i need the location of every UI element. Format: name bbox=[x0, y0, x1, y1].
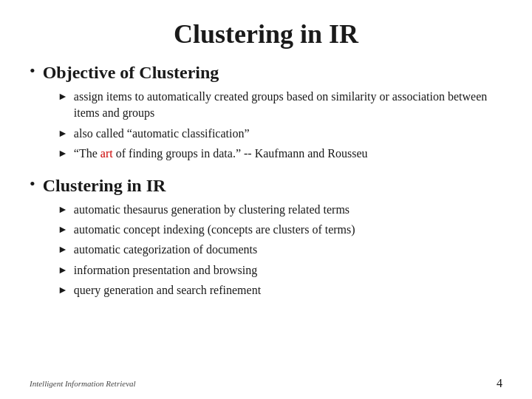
sub-bullet-2-2: ► automatic concept indexing (concepts a… bbox=[58, 222, 502, 238]
footer: Intelligent Information Retrieval 4 bbox=[30, 377, 502, 390]
sub-text-2-1: automatic thesaurus generation by cluste… bbox=[74, 202, 349, 218]
footer-page-number: 4 bbox=[497, 377, 502, 390]
sub-arrow-icon: ► bbox=[58, 204, 68, 216]
section-objective: • Objective of Clustering ► assign items… bbox=[30, 63, 502, 163]
sub-text-2-2: automatic concept indexing (concepts are… bbox=[74, 222, 355, 238]
sub-bullet-2-4: ► information presentation and browsing bbox=[58, 262, 502, 279]
slide: Clustering in IR • Objective of Clusteri… bbox=[0, 0, 532, 399]
bullet-dot-1: • bbox=[30, 61, 35, 81]
section1-subbullets: ► assign items to automatically created … bbox=[58, 89, 502, 163]
sub-text-2-4: information presentation and browsing bbox=[74, 262, 257, 279]
section2-heading: Clustering in IR bbox=[43, 176, 166, 196]
art-highlight: art bbox=[100, 147, 113, 160]
sub-arrow-icon: ► bbox=[58, 224, 68, 236]
text-after: of finding groups in data.” -- Kaufmann … bbox=[113, 147, 368, 160]
sub-bullet-2-5: ► query generation and search refinement bbox=[58, 282, 502, 299]
sub-bullet-1-3: ► “The art of finding groups in data.” -… bbox=[58, 146, 502, 162]
sub-arrow-icon: ► bbox=[58, 265, 68, 276]
sub-bullet-2-3: ► automatic categorization of documents bbox=[58, 242, 502, 258]
main-bullet-1: • Objective of Clustering bbox=[30, 63, 502, 83]
sub-arrow-icon: ► bbox=[58, 244, 68, 256]
sub-arrow-icon: ► bbox=[58, 128, 68, 140]
sub-text-2-5: query generation and search refinement bbox=[74, 282, 261, 299]
sub-arrow-icon: ► bbox=[58, 284, 68, 296]
section-clustering-ir: • Clustering in IR ► automatic thesaurus… bbox=[30, 176, 502, 299]
section1-heading: Objective of Clustering bbox=[43, 63, 219, 83]
bullet-dot-2: • bbox=[30, 174, 35, 194]
sub-text-1-1: assign items to automatically created gr… bbox=[74, 89, 502, 122]
section2-subbullets: ► automatic thesaurus generation by clus… bbox=[58, 202, 502, 299]
sub-bullet-1-1: ► assign items to automatically created … bbox=[58, 89, 502, 122]
sub-arrow-icon: ► bbox=[58, 148, 68, 160]
text-before: “The bbox=[74, 147, 100, 160]
slide-title: Clustering in IR bbox=[30, 18, 502, 50]
sub-arrow-icon: ► bbox=[58, 91, 68, 103]
sub-text-2-3: automatic categorization of documents bbox=[74, 242, 257, 258]
sub-bullet-2-1: ► automatic thesaurus generation by clus… bbox=[58, 202, 502, 218]
sub-text-1-3: “The art of finding groups in data.” -- … bbox=[74, 146, 368, 162]
sub-text-1-2: also called “automatic classification” bbox=[74, 126, 250, 142]
main-bullet-2: • Clustering in IR bbox=[30, 176, 502, 196]
footer-left: Intelligent Information Retrieval bbox=[30, 379, 136, 388]
sub-bullet-1-2: ► also called “automatic classification” bbox=[58, 126, 502, 142]
